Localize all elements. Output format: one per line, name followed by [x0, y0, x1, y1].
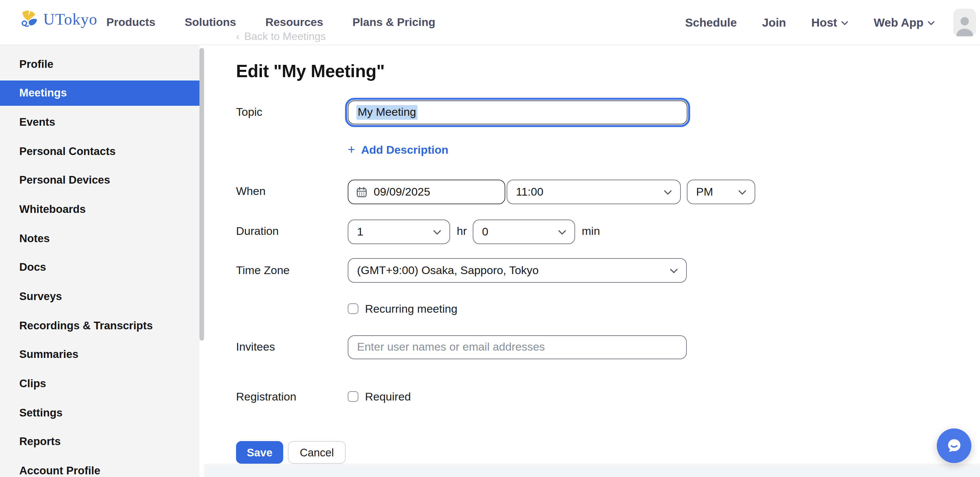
sidebar-item[interactable]: Notes — [0, 225, 199, 251]
chevron-down-icon — [558, 230, 566, 236]
sidebar-item[interactable]: Docs — [0, 255, 199, 280]
registration-required-label: Required — [365, 391, 411, 404]
nav-item[interactable]: Products — [107, 16, 155, 29]
meridiem-value: PM — [687, 185, 738, 199]
page-title: Edit "My Meeting" — [236, 61, 385, 82]
time-select[interactable]: 11:00 — [507, 180, 681, 204]
sidebar-item-label: Summaries — [19, 348, 78, 361]
footer-strip — [204, 464, 980, 477]
chat-smiley-icon — [944, 436, 964, 456]
minutes-unit-label: min — [582, 225, 600, 238]
chevron-down-icon — [663, 190, 672, 196]
when-label: When — [236, 185, 266, 198]
topic-input[interactable]: My Meeting — [348, 101, 687, 124]
sidebar-item[interactable]: Whiteboards — [0, 196, 199, 222]
chevron-down-icon — [433, 230, 441, 236]
add-description-link[interactable]: + Add Description — [348, 143, 449, 157]
ginkgo-leaf-icon — [18, 9, 38, 30]
sidebar-item[interactable]: Profile — [0, 51, 199, 77]
nav-item[interactable]: Host — [811, 16, 849, 30]
top-header: UTokyo ProductsSolutionsResourcesPlans &… — [0, 0, 980, 45]
invitees-label: Invitees — [236, 341, 275, 354]
nav-item-label: Host — [811, 16, 837, 30]
back-to-meetings-link[interactable]: ‹ Back to Meetings — [236, 30, 326, 43]
duration-hours-select[interactable]: 1 — [348, 220, 450, 244]
sidebar-item[interactable]: Settings — [0, 400, 199, 426]
page: ‹ Back to Meetings UTokyo ProductsSoluti… — [0, 0, 980, 477]
sidebar-item-label: Notes — [19, 232, 50, 244]
sidebar-item-label: Personal Devices — [19, 174, 110, 187]
sidebar-item-label: Whiteboards — [19, 203, 86, 215]
nav-item[interactable]: Resources — [265, 16, 323, 29]
sidebar-item-label: Profile — [19, 57, 54, 70]
recurring-label: Recurring meeting — [365, 303, 457, 316]
registration-required-checkbox[interactable] — [348, 391, 358, 402]
date-picker[interactable]: 09/09/2025 — [348, 180, 505, 204]
sidebar-scrollbar[interactable] — [199, 48, 204, 341]
account-nav: Schedule Join Host — [685, 16, 935, 30]
time-value: 11:00 — [507, 185, 663, 199]
nav-item-label: Join — [762, 16, 786, 30]
nav-item-label: Schedule — [685, 16, 737, 30]
sidebar-item-label: Personal Contacts — [19, 145, 116, 157]
sidebar-item[interactable]: Events — [0, 109, 199, 135]
save-button[interactable]: Save — [236, 441, 283, 464]
timezone-value: (GMT+9:00) Osaka, Sapporo, Tokyo — [348, 264, 670, 277]
sidebar-item[interactable]: Personal Contacts — [0, 138, 199, 164]
back-link-label: Back to Meetings — [244, 30, 326, 43]
nav-item[interactable]: Join — [762, 16, 786, 30]
nav-item[interactable]: Schedule — [685, 16, 737, 30]
duration-label: Duration — [236, 225, 279, 238]
topic-value-selected: My Meeting — [356, 105, 418, 120]
chevron-down-icon — [928, 21, 935, 26]
sidebar-item[interactable]: Recordings & Transcripts — [0, 313, 199, 338]
nav-item-label: Web App — [873, 16, 923, 30]
timezone-label: Time Zone — [236, 264, 290, 278]
sidebar-item[interactable]: Meetings — [0, 80, 199, 105]
invitees-input[interactable] — [348, 335, 687, 359]
sidebar-item-label: Reports — [19, 436, 61, 448]
add-description-label: Add Description — [361, 144, 449, 157]
chevron-down-icon — [841, 21, 848, 26]
sidebar-item[interactable]: Surveys — [0, 284, 199, 309]
registration-label: Registration — [236, 391, 296, 404]
sidebar-item-label: Clips — [19, 377, 46, 390]
nav-item[interactable]: Web App — [873, 16, 935, 30]
sidebar-item[interactable]: Summaries — [0, 342, 199, 367]
recurring-checkbox[interactable] — [348, 303, 358, 314]
sidebar-item-label: Events — [19, 116, 55, 128]
sidebar-item-label: Recordings & Transcripts — [19, 319, 153, 332]
sidebar-item-label: Surveys — [19, 290, 62, 303]
topic-label: Topic — [236, 106, 262, 119]
logo-text: UTokyo — [43, 11, 97, 29]
sidebar-item[interactable]: Account Profile — [0, 458, 199, 477]
hours-unit-label: hr — [457, 225, 467, 238]
meridiem-select[interactable]: PM — [687, 180, 755, 204]
nav-item[interactable]: Plans & Pricing — [352, 16, 435, 29]
cancel-button[interactable]: Cancel — [288, 441, 346, 464]
sidebar: Profile Meetings Events Personal Contact… — [0, 45, 199, 477]
sidebar-item-label: Settings — [19, 407, 62, 419]
utokyo-logo[interactable]: UTokyo — [18, 9, 97, 30]
sidebar-item[interactable]: Reports — [0, 429, 199, 455]
sidebar-item-label: Account Profile — [19, 464, 100, 477]
sidebar-item[interactable]: Clips — [0, 371, 199, 396]
duration-hours-value: 1 — [348, 225, 433, 238]
avatar[interactable] — [953, 9, 976, 37]
timezone-select[interactable]: (GMT+9:00) Osaka, Sapporo, Tokyo — [348, 258, 687, 283]
plus-icon: + — [348, 142, 355, 157]
duration-minutes-select[interactable]: 0 — [473, 220, 575, 244]
chevron-down-icon — [738, 190, 747, 196]
nav-item[interactable]: Solutions — [185, 16, 236, 29]
sidebar-item-label: Docs — [19, 261, 46, 274]
date-value: 09/09/2025 — [374, 185, 430, 199]
sidebar-item[interactable]: Personal Devices — [0, 168, 199, 193]
duration-minutes-value: 0 — [473, 225, 558, 238]
back-chevron-icon: ‹ — [236, 30, 240, 43]
person-icon — [955, 13, 975, 37]
header-right-group: Schedule Join Host — [685, 0, 976, 45]
chat-support-button[interactable] — [937, 428, 971, 463]
chevron-down-icon — [670, 268, 678, 274]
sidebar-item-label: Meetings — [19, 86, 67, 99]
calendar-icon — [356, 186, 368, 198]
